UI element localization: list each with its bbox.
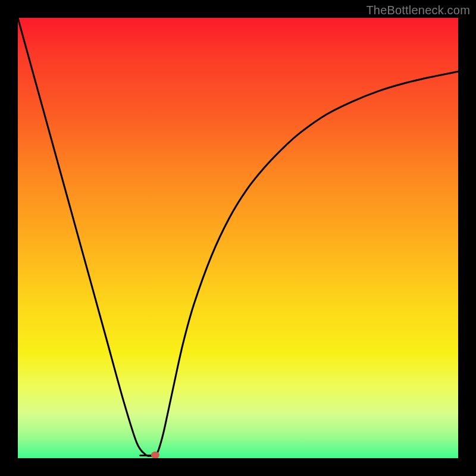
watermark-text: TheBottleneck.com xyxy=(366,4,470,17)
chart-frame: TheBottleneck.com xyxy=(0,0,476,476)
bottleneck-curve xyxy=(18,18,458,456)
curve-svg xyxy=(18,18,458,458)
plot-area xyxy=(18,18,458,458)
